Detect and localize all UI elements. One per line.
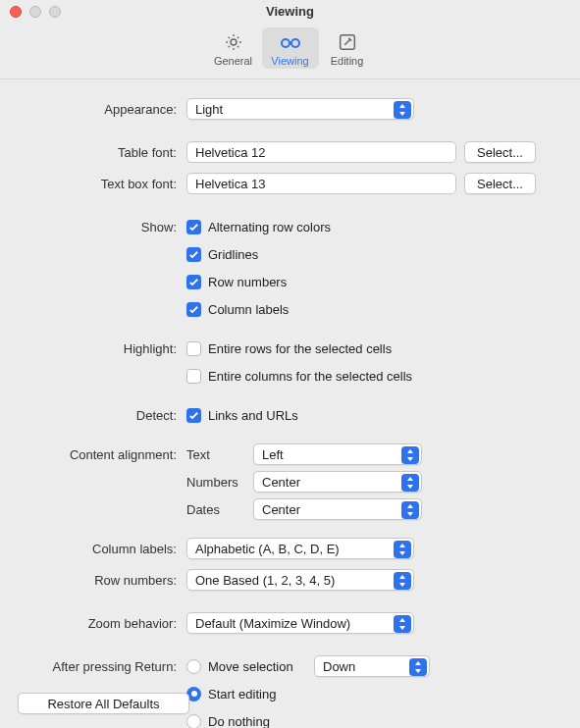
checkmark-icon [186,408,201,423]
table-font-label: Table font: [20,145,186,160]
chevron-up-down-icon [394,615,411,633]
highlight-label: Highlight: [20,341,186,356]
after-return-label: After pressing Return: [20,659,186,674]
tab-viewing[interactable]: Viewing [262,27,319,69]
glasses-icon [279,31,302,53]
row-numbers-label: Row numbers: [20,573,186,588]
window-controls [10,6,61,18]
column-labels-select[interactable]: Alphabetic (A, B, C, D, E) [186,538,414,559]
gear-icon [223,31,244,53]
preferences-toolbar: General Viewing Editing [0,24,580,79]
table-font-value: Helvetica 12 [195,145,266,160]
return-move-selection-radio[interactable]: Move selection [186,656,306,676]
empty-checkbox-icon [186,369,201,384]
zoom-window-button[interactable] [49,6,61,18]
alignment-dates-select[interactable]: Center [253,498,422,520]
text-box-font-select-button[interactable]: Select... [464,173,536,194]
highlight-rows-checkbox[interactable]: Entire rows for the selected cells [186,338,392,358]
restore-defaults-button[interactable]: Restore All Defaults [18,693,189,714]
checkmark-icon [186,220,201,234]
checkmark-icon [186,275,201,289]
checkmark-icon [186,247,201,262]
chevron-up-down-icon [401,474,419,492]
tab-viewing-label: Viewing [271,55,308,67]
chevron-up-down-icon [401,446,419,464]
preferences-content: Appearance: Light Table font: Helvetica … [0,79,580,728]
chevron-up-down-icon [394,101,411,119]
column-labels-checkbox[interactable]: Column labels [186,299,289,319]
tab-editing[interactable]: Editing [319,27,376,69]
edit-icon [337,31,358,53]
alternating-row-colors-checkbox[interactable]: Alternating row colors [186,217,331,236]
tab-general-label: General [214,55,252,67]
alignment-numbers-select[interactable]: Center [253,471,422,493]
text-box-font-field[interactable]: Helvetica 13 [186,173,456,194]
appearance-label: Appearance: [20,102,186,117]
alignment-text-label: Text [186,447,245,462]
chevron-up-down-icon [394,541,411,558]
close-window-button[interactable] [10,6,22,18]
content-alignment-label: Content alignment: [20,447,186,462]
links-urls-checkbox[interactable]: Links and URLs [186,405,298,425]
window-title: Viewing [266,4,314,19]
svg-point-2 [291,39,299,47]
appearance-select[interactable]: Light [186,98,414,120]
zoom-behavior-label: Zoom behavior: [20,616,186,631]
table-font-field[interactable]: Helvetica 12 [186,141,456,163]
alignment-numbers-label: Numbers [186,475,245,490]
row-numbers-select[interactable]: One Based (1, 2, 3, 4, 5) [186,569,414,591]
table-font-select-button[interactable]: Select... [464,141,536,163]
highlight-columns-checkbox[interactable]: Entire columns for the selected cells [186,366,412,386]
detect-label: Detect: [20,408,186,423]
row-numbers-checkbox[interactable]: Row numbers [186,272,287,291]
text-box-font-label: Text box font: [20,177,186,191]
svg-point-1 [282,39,290,47]
empty-checkbox-icon [186,341,201,356]
title-bar: Viewing [0,0,580,24]
radio-off-icon [186,659,201,674]
chevron-up-down-icon [409,658,427,676]
alignment-dates-label: Dates [186,502,245,517]
footer: Restore All Defaults [0,683,580,728]
gridlines-checkbox[interactable]: Gridlines [186,244,258,264]
tab-editing-label: Editing [331,55,364,67]
tab-general[interactable]: General [205,27,262,69]
minimize-window-button[interactable] [29,6,41,18]
column-labels-label: Column labels: [20,542,186,556]
svg-point-0 [231,39,237,45]
text-box-font-value: Helvetica 13 [195,177,266,191]
checkmark-icon [186,302,201,317]
zoom-behavior-select[interactable]: Default (Maximize Window) [186,612,414,634]
alignment-text-select[interactable]: Left [253,443,422,465]
return-move-direction-select[interactable]: Down [314,655,430,677]
chevron-up-down-icon [401,501,419,519]
chevron-up-down-icon [394,572,411,590]
show-label: Show: [20,220,186,234]
appearance-value: Light [195,102,223,117]
